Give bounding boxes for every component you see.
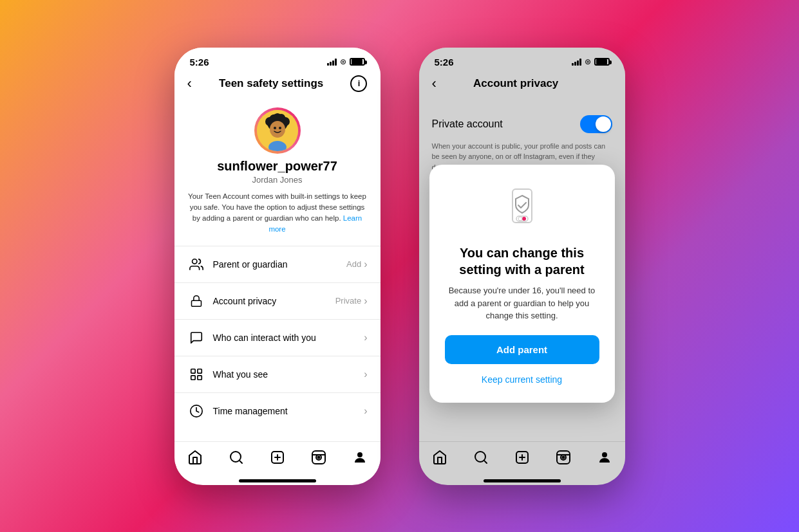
svg-rect-13	[191, 369, 194, 372]
add-parent-button[interactable]: Add parent	[445, 335, 599, 364]
settings-label-privacy: Account privacy	[213, 296, 335, 306]
status-icons-left: ⊛	[327, 57, 365, 66]
nav-home-right[interactable]	[429, 448, 450, 466]
settings-item-see[interactable]: What you see ›	[174, 356, 381, 392]
settings-right-time: ›	[364, 405, 367, 417]
home-indicator-left	[239, 479, 316, 482]
modal-description: Because you're under 16, you'll need to …	[445, 284, 599, 322]
svg-rect-15	[191, 375, 194, 379]
private-account-toggle[interactable]	[580, 115, 612, 133]
svg-point-30	[522, 217, 526, 221]
nav-add-right[interactable]	[512, 448, 532, 466]
svg-rect-12	[191, 300, 201, 306]
status-bar-left: 5:26 ⊛	[174, 48, 381, 70]
chevron-icon-time: ›	[364, 405, 367, 417]
svg-point-8	[274, 127, 276, 129]
nav-reels-right[interactable]	[553, 448, 574, 466]
info-button-left[interactable]: i	[350, 75, 367, 92]
chevron-icon-interact: ›	[364, 332, 367, 344]
nav-add-left[interactable]	[267, 448, 288, 466]
modal-card: You can change this setting with a paren…	[429, 165, 615, 403]
modal-title: You can change this setting with a paren…	[445, 244, 599, 278]
settings-label-see: What you see	[213, 369, 364, 380]
avatar-section: sunflower_power77 Jordan Jones Your Teen…	[174, 100, 381, 246]
status-time-right: 5:26	[435, 57, 454, 68]
chevron-icon-privacy: ›	[364, 295, 367, 307]
nav-header-left: ‹ Teen safety settings i	[174, 70, 381, 100]
svg-point-27	[357, 452, 362, 457]
left-phone: 5:26 ⊛ ‹ Teen safety settings i	[174, 48, 381, 485]
svg-point-25	[317, 456, 319, 458]
back-button-right[interactable]: ‹	[432, 75, 437, 92]
status-bar-right: 5:26 ⊛	[419, 48, 625, 70]
battery-icon	[350, 58, 365, 66]
home-indicator-right	[484, 479, 561, 482]
avatar-image	[257, 110, 298, 151]
svg-line-19	[239, 460, 241, 463]
page-title-left: Teen safety settings	[219, 77, 323, 90]
username: sunflower_power77	[217, 159, 337, 174]
page-title-right: Account privacy	[473, 77, 558, 90]
clock-icon	[187, 402, 205, 420]
toggle-label: Private account	[432, 118, 503, 130]
nav-reels-left[interactable]	[308, 448, 329, 466]
svg-rect-16	[197, 375, 201, 379]
keep-current-button[interactable]: Keep current setting	[479, 372, 565, 387]
settings-item-interact[interactable]: Who can interact with you ›	[174, 319, 381, 356]
settings-right-privacy: Private ›	[335, 295, 368, 307]
settings-list: Parent or guardian Add › Account privacy…	[174, 246, 381, 429]
avatar-inner	[257, 110, 298, 151]
wifi-icon: ⊛	[340, 57, 346, 66]
settings-label-interact: Who can interact with you	[213, 333, 364, 343]
chevron-icon-see: ›	[364, 369, 367, 380]
settings-item-time[interactable]: Time management ›	[174, 392, 381, 429]
svg-rect-14	[197, 369, 201, 372]
nav-search-left[interactable]	[226, 448, 247, 466]
nav-search-right[interactable]	[471, 448, 491, 466]
signal-icon	[327, 58, 337, 66]
svg-point-41	[602, 452, 607, 457]
settings-right-parent: Add ›	[346, 259, 367, 270]
real-name: Jordan Jones	[252, 175, 302, 185]
settings-item-parent[interactable]: Parent or guardian Add ›	[174, 246, 381, 282]
description-text: Your Teen Account comes with built-in se…	[187, 191, 368, 235]
privacy-toggle-row: Private account	[432, 107, 612, 141]
settings-label-time: Time management	[213, 406, 364, 416]
svg-point-6	[274, 113, 281, 121]
avatar-ring	[254, 107, 301, 154]
chat-icon	[187, 329, 205, 347]
status-time-left: 5:26	[190, 57, 209, 68]
lock-icon	[187, 292, 205, 310]
settings-right-see: ›	[364, 369, 367, 380]
settings-item-privacy[interactable]: Account privacy Private ›	[174, 282, 381, 319]
bottom-nav-right	[419, 441, 625, 479]
nav-header-right: ‹ Account privacy	[419, 70, 625, 100]
settings-right-interact: ›	[364, 332, 367, 344]
bottom-nav-left	[174, 441, 381, 479]
right-phone: 5:26 ⊛ ‹ Account privacy Private account…	[419, 48, 625, 485]
svg-point-11	[192, 259, 196, 263]
nav-profile-left[interactable]	[350, 448, 370, 466]
svg-point-39	[562, 456, 564, 458]
nav-profile-right[interactable]	[594, 448, 615, 466]
phone-content-left: sunflower_power77 Jordan Jones Your Teen…	[174, 100, 381, 441]
modal-icon	[496, 183, 548, 234]
modal-overlay: You can change this setting with a paren…	[419, 158, 625, 409]
svg-line-33	[484, 460, 486, 463]
phone-shield-icon	[496, 183, 548, 234]
settings-label-parent: Parent or guardian	[213, 259, 347, 270]
chevron-icon-parent: ›	[364, 259, 367, 270]
parent-icon	[187, 255, 205, 273]
nav-home-left[interactable]	[185, 448, 205, 466]
wifi-icon-right: ⊛	[585, 57, 591, 66]
privacy-content: Private account When your account is pub…	[419, 100, 625, 441]
back-button-left[interactable]: ‹	[187, 75, 192, 92]
status-icons-right: ⊛	[572, 57, 610, 66]
svg-point-9	[279, 127, 281, 129]
grid-icon	[187, 365, 205, 383]
battery-icon-right	[594, 58, 610, 66]
signal-icon-right	[572, 58, 581, 66]
svg-point-31	[518, 217, 522, 221]
